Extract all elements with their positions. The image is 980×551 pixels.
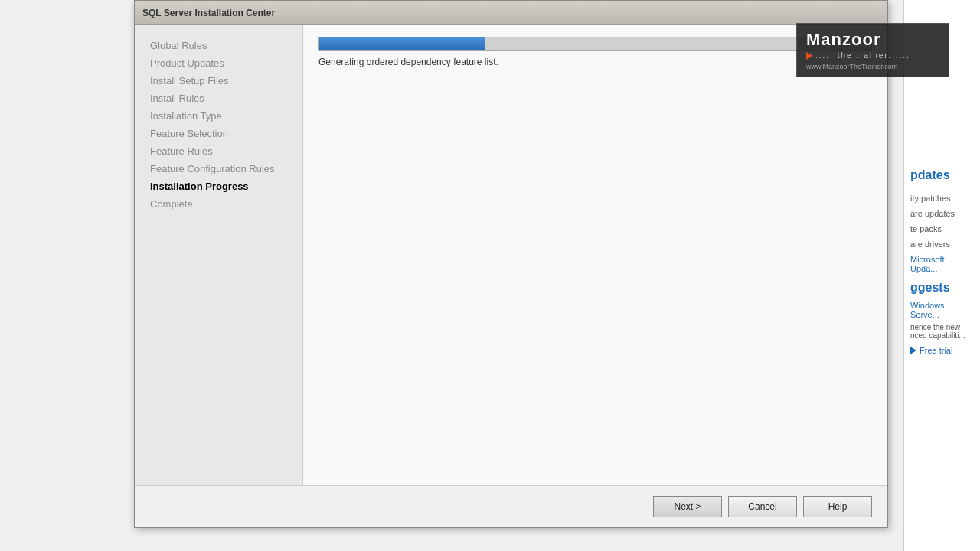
manzoor-watermark: Manzoor ......the trainer...... www.Manz… [796, 23, 949, 77]
suggests-title: ggests [910, 281, 974, 295]
update-item-2: are updates [910, 209, 974, 218]
nav-item-installation-progress: Installation Progress [135, 178, 302, 195]
nav-item-feature-configuration-rules: Feature Configuration Rules [135, 160, 302, 178]
nav-item-feature-selection: Feature Selection [135, 125, 302, 142]
nav-item-feature-rules: Feature Rules [135, 142, 302, 160]
nav-item-install-setup-files: Install Setup Files [135, 72, 302, 90]
progress-bar-inner [319, 37, 485, 50]
dialog-footer: Next > Cancel Help [135, 485, 887, 527]
cancel-button[interactable]: Cancel [728, 496, 797, 517]
free-trial-button[interactable]: Free trial [910, 346, 974, 355]
manzoor-play-icon [806, 52, 813, 60]
manzoor-tagline: ......the trainer...... [815, 51, 910, 60]
progress-container [318, 37, 872, 51]
suggests-link[interactable]: Windows Serve... [910, 301, 974, 319]
help-button[interactable]: Help [803, 496, 872, 517]
nav-item-product-updates: Product Updates [135, 54, 302, 72]
update-item-1: ity patches [910, 194, 974, 203]
dialog-titlebar: SQL Server Installation Center [135, 1, 887, 25]
dialog-content-area: Global Rules Product Updates Install Set… [135, 25, 887, 485]
main-pane: Generating ordered dependency feature li… [303, 25, 887, 485]
microsoft-update-link[interactable]: Microsoft Upda... [910, 255, 974, 273]
nav-item-installation-type: Installation Type [135, 107, 302, 125]
nav-item-install-rules: Install Rules [135, 90, 302, 107]
suggests-text-2: nced capabiliti... [910, 331, 974, 340]
suggests-text-1: rience the new [910, 323, 974, 331]
update-item-4: are drivers [910, 240, 974, 249]
update-item-3: te packs [910, 224, 974, 233]
nav-item-complete: Complete [135, 195, 302, 213]
status-text: Generating ordered dependency feature li… [318, 57, 872, 67]
next-button[interactable]: Next > [653, 496, 722, 517]
free-trial-label: Free trial [920, 346, 952, 355]
nav-panel: Global Rules Product Updates Install Set… [135, 25, 303, 485]
free-trial-arrow-icon [910, 347, 916, 354]
dialog-title: SQL Server Installation Center [142, 8, 275, 18]
progress-bar-outer [318, 37, 872, 51]
updates-title: pdates [910, 168, 974, 182]
manzoor-url: www.ManzoorTheTrainer.com [806, 63, 939, 70]
right-panel: pdates ity patches are updates te packs … [903, 0, 980, 551]
nav-item-global-rules: Global Rules [135, 37, 302, 54]
manzoor-logo: Manzoor [806, 30, 880, 50]
installer-dialog: SQL Server Installation Center Global Ru… [134, 0, 888, 528]
